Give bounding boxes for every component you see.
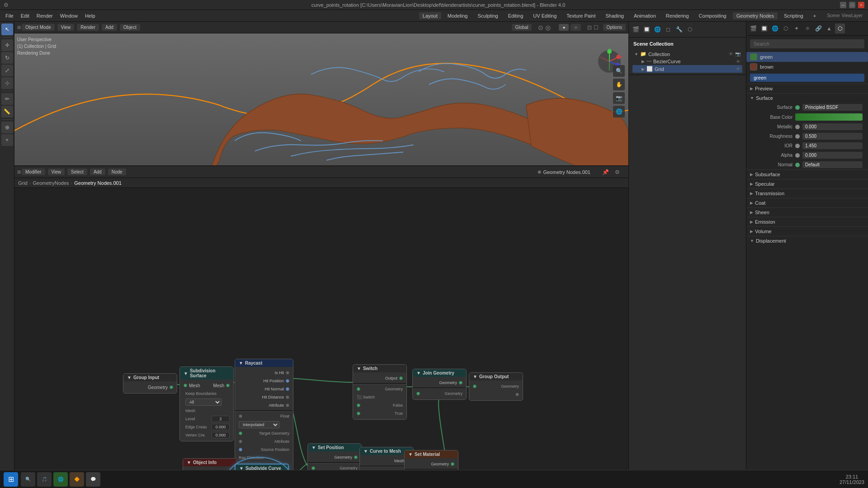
bezier-curve-item[interactable]: ▶ 〰 BezierCurve 👁 bbox=[632, 58, 742, 65]
material-green[interactable]: green bbox=[746, 52, 868, 62]
props-icon-modifier[interactable]: 🔧 bbox=[674, 24, 684, 34]
active-material-name[interactable]: green bbox=[750, 74, 864, 82]
transmission-header[interactable]: ▶ Transmission bbox=[746, 188, 868, 198]
visibility-icon[interactable]: 👁 bbox=[729, 52, 733, 56]
menu-render[interactable]: Render bbox=[33, 12, 57, 19]
socket-hitdist-out[interactable] bbox=[286, 395, 289, 399]
subsurface-header[interactable]: ▶ Subsurface bbox=[746, 169, 868, 179]
raycast-interp-dropdown[interactable]: Interpolated bbox=[239, 421, 279, 428]
socket-srcpos-in[interactable] bbox=[239, 448, 242, 451]
scale-tool[interactable]: ⤢ bbox=[1, 65, 13, 76]
socket-attr-out[interactable] bbox=[286, 404, 289, 407]
global-space-btn[interactable]: Global bbox=[512, 24, 532, 31]
modifier-menu-btn[interactable]: Modifier bbox=[22, 169, 45, 175]
overlay-icon[interactable]: ⊡ bbox=[587, 24, 592, 31]
workspace-shading[interactable]: Shading bbox=[602, 12, 627, 19]
socket-switch-true[interactable] bbox=[357, 412, 360, 415]
breadcrumb-geomnodes[interactable]: GeometryNodes bbox=[33, 180, 69, 186]
emission-header[interactable]: ▶ Emission bbox=[746, 217, 868, 226]
node-group-input[interactable]: ▼ Group Input Geometry bbox=[123, 373, 177, 394]
menu-edit[interactable]: Edit bbox=[17, 12, 33, 19]
socket-setpos-geo-in[interactable] bbox=[311, 466, 315, 470]
select-tool[interactable]: ↖ bbox=[1, 23, 13, 35]
object-mode-btn[interactable]: Object Mode bbox=[22, 24, 55, 31]
socket-joingeo-out[interactable] bbox=[459, 381, 462, 385]
workspace-rendering[interactable]: Rendering bbox=[662, 12, 693, 19]
world-btn[interactable]: 🌐 bbox=[613, 106, 625, 117]
select-menu-btn[interactable]: Render bbox=[77, 24, 99, 31]
normal-value[interactable]: Default bbox=[802, 161, 863, 168]
workspace-compositing[interactable]: Compositing bbox=[695, 12, 730, 19]
props-tab-constraints[interactable]: 🔗 bbox=[813, 23, 823, 33]
socket-attr-in[interactable] bbox=[239, 440, 242, 443]
workspace-sculpting[interactable]: Sculpting bbox=[474, 12, 501, 19]
ne-node-btn[interactable]: Node bbox=[108, 169, 126, 175]
bezier-visibility[interactable]: 👁 bbox=[736, 59, 741, 64]
props-tab-particles[interactable]: ✦ bbox=[792, 23, 802, 33]
workspace-modeling[interactable]: Modeling bbox=[444, 12, 472, 19]
pan-btn[interactable]: ✋ bbox=[613, 79, 625, 90]
cursor-tool[interactable]: ⊕ bbox=[1, 122, 13, 133]
props-icon-scene[interactable]: 🎬 bbox=[631, 24, 641, 34]
viewport-shading-solid[interactable]: ● bbox=[559, 24, 569, 31]
view-menu-btn[interactable]: View bbox=[57, 24, 75, 31]
specular-header[interactable]: ▶ Specular bbox=[746, 179, 868, 188]
camera-btn[interactable]: 📷 bbox=[613, 92, 625, 104]
socket-joingeo-in[interactable] bbox=[416, 392, 420, 395]
roughness-value[interactable]: 0.500 bbox=[802, 133, 863, 140]
minimize-button[interactable]: ─ bbox=[840, 2, 846, 8]
displacement-header[interactable]: ▼ Displacement bbox=[746, 236, 868, 245]
volume-header[interactable]: ▶ Volume bbox=[746, 226, 868, 236]
ne-view-btn[interactable]: View bbox=[48, 169, 65, 175]
props-icon-object[interactable]: ◻ bbox=[663, 24, 673, 34]
node-canvas[interactable]: ▼ Group Input Geometry ▼ bbox=[14, 188, 628, 475]
ne-add-btn[interactable]: Add bbox=[90, 169, 105, 175]
snapping-magnet-icon[interactable]: ⊙ bbox=[538, 24, 543, 31]
taskbar-blender[interactable]: 🔶 bbox=[70, 472, 84, 487]
socket-ishit-out[interactable] bbox=[286, 371, 289, 375]
grid-item[interactable]: ▶ ⬜ Grid 👁 bbox=[632, 65, 742, 73]
socket-setmat-geo-out[interactable] bbox=[451, 462, 454, 466]
socket-switch-out[interactable] bbox=[399, 376, 403, 380]
base-color-swatch[interactable] bbox=[795, 113, 863, 121]
props-tab-renderlayer[interactable]: 🔲 bbox=[759, 23, 769, 33]
surface-section-header[interactable]: ▼ Surface bbox=[746, 93, 868, 103]
socket-mesh-out[interactable] bbox=[226, 384, 230, 387]
socket-groupout-geo-in[interactable] bbox=[473, 385, 476, 388]
xray-icon[interactable]: ☐ bbox=[594, 24, 599, 31]
subdiv-edge-crease-input[interactable] bbox=[212, 424, 230, 430]
workspace-layout[interactable]: Layout bbox=[419, 12, 441, 19]
breadcrumb-grid[interactable]: Grid bbox=[18, 180, 28, 186]
start-button[interactable]: ⊞ bbox=[4, 472, 18, 487]
rotate-tool[interactable]: ↻ bbox=[1, 52, 13, 64]
settings-icon[interactable]: ⚙ bbox=[612, 167, 622, 177]
add-menu-btn[interactable]: Add bbox=[102, 24, 117, 31]
sheen-header[interactable]: ▶ Sheen bbox=[746, 207, 868, 217]
coat-header[interactable]: ▶ Coat bbox=[746, 198, 868, 207]
props-icon-view[interactable]: 🔲 bbox=[642, 24, 651, 34]
pin-icon[interactable]: 📌 bbox=[600, 167, 610, 177]
grid-visibility[interactable]: 👁 bbox=[736, 66, 741, 71]
annotate-tool[interactable]: ✏ bbox=[1, 93, 13, 105]
workspace-texture[interactable]: Texture Paint bbox=[563, 12, 599, 19]
menu-window[interactable]: Window bbox=[57, 12, 81, 19]
props-tab-material[interactable]: ⬡ bbox=[835, 23, 845, 33]
props-tab-data[interactable]: ▲ bbox=[824, 23, 834, 33]
object-menu-btn[interactable]: Object bbox=[120, 24, 140, 31]
menu-file[interactable]: File bbox=[2, 12, 17, 19]
taskbar-spotify[interactable]: 🎵 bbox=[37, 472, 52, 487]
workspace-editing[interactable]: Editing bbox=[505, 12, 527, 19]
material-search-input[interactable] bbox=[750, 39, 864, 48]
menu-help[interactable]: Help bbox=[81, 12, 99, 19]
node-subdivision-surface[interactable]: ▼ Subdivision Surface Mesh Mesh Keep Bou… bbox=[179, 366, 234, 441]
socket-float-in[interactable] bbox=[239, 414, 242, 418]
workspace-scripting[interactable]: Scripting bbox=[780, 12, 807, 19]
subdiv-level-input[interactable] bbox=[212, 416, 230, 422]
measure-tool[interactable]: 📏 bbox=[1, 106, 13, 117]
node-raycast[interactable]: ▼ Raycast Is Hit Hit Position bbox=[235, 359, 293, 475]
maximize-button[interactable]: □ bbox=[849, 2, 855, 8]
socket-switch-false[interactable] bbox=[357, 404, 360, 407]
props-icon-world[interactable]: 🌐 bbox=[652, 24, 662, 34]
socket-mesh-in[interactable] bbox=[184, 384, 187, 387]
alpha-value[interactable]: 0.000 bbox=[802, 152, 863, 159]
